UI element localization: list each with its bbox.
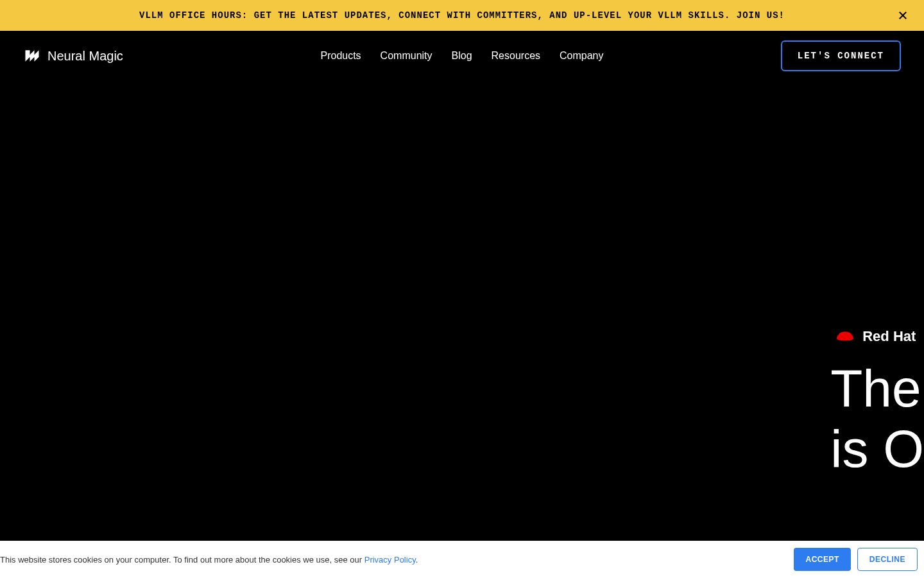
neural-magic-logo-icon <box>23 47 41 65</box>
cookie-accept-button[interactable]: ACCEPT <box>794 548 850 571</box>
hero-title-line1: The <box>830 359 921 417</box>
cookie-text-after: . <box>416 555 418 565</box>
main-header: Neural Magic Products Community Blog Res… <box>0 31 924 81</box>
nav-products[interactable]: Products <box>320 50 361 62</box>
logo-text: Neural Magic <box>47 49 123 64</box>
nav-resources[interactable]: Resources <box>492 50 540 62</box>
cookie-buttons: ACCEPT DECLINE <box>794 548 924 571</box>
privacy-policy-link[interactable]: Privacy Policy <box>364 555 416 565</box>
announcement-close-button[interactable] <box>894 7 911 24</box>
main-nav: Products Community Blog Resources Compan… <box>320 50 603 62</box>
hero-section: Red Hat The is O <box>830 328 924 480</box>
hero-title-line2: is O <box>830 419 924 478</box>
logo-link[interactable]: Neural Magic <box>23 47 123 65</box>
redhat-icon <box>833 328 857 346</box>
nav-company[interactable]: Company <box>560 50 603 62</box>
svg-point-3 <box>839 332 851 337</box>
close-icon <box>897 10 909 21</box>
redhat-label: Red Hat <box>862 328 916 345</box>
nav-blog[interactable]: Blog <box>452 50 472 62</box>
cookie-banner: This website stores cookies on your comp… <box>0 541 924 578</box>
redhat-logo: Red Hat <box>833 328 924 346</box>
announcement-bar: VLLM OFFICE HOURS: GET THE LATEST UPDATE… <box>0 0 924 31</box>
nav-community[interactable]: Community <box>381 50 432 62</box>
cookie-text: This website stores cookies on your comp… <box>0 555 418 565</box>
announcement-text[interactable]: VLLM OFFICE HOURS: GET THE LATEST UPDATE… <box>139 10 785 21</box>
cookie-text-before: This website stores cookies on your comp… <box>0 555 364 565</box>
cookie-decline-button[interactable]: DECLINE <box>857 548 918 571</box>
hero-title: The is O <box>830 358 924 480</box>
lets-connect-button[interactable]: LET'S CONNECT <box>781 40 901 71</box>
